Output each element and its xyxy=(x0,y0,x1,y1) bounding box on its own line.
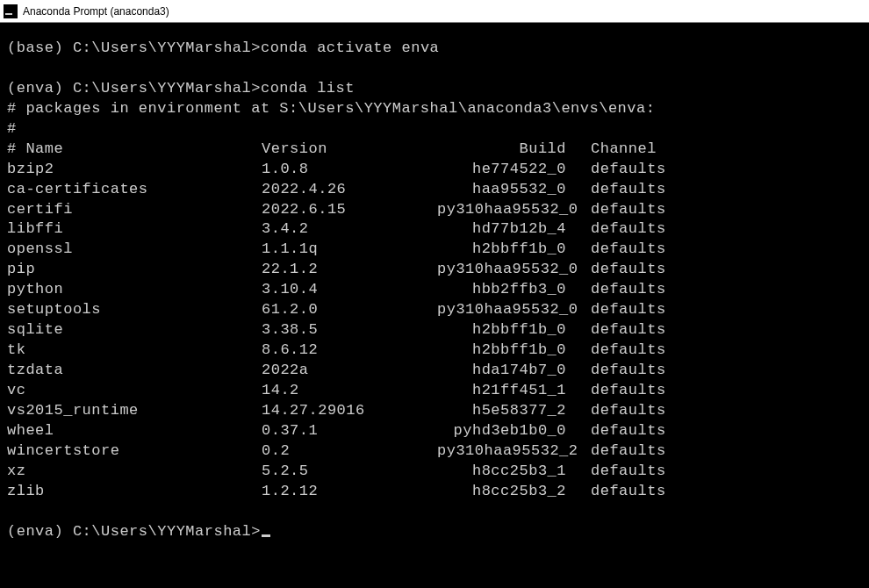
package-version: 3.4.2 xyxy=(262,219,437,240)
column-header-row: # Name Version Build Channel xyxy=(7,140,862,160)
package-row: bzip21.0.8he774522_0defaults xyxy=(7,160,862,180)
app-icon xyxy=(4,4,18,18)
package-name: openssl xyxy=(7,240,262,260)
package-row: libffi3.4.2hd77b12b_4defaults xyxy=(7,219,862,240)
package-build: h8cc25b3_1 xyxy=(437,462,591,482)
package-channel: defaults xyxy=(591,482,666,502)
package-row: wincertstore0.2py310haa95532_2defaults xyxy=(7,441,862,462)
package-channel: defaults xyxy=(591,260,666,280)
package-version: 1.2.12 xyxy=(262,482,437,502)
package-channel: defaults xyxy=(591,160,666,180)
prompt-line-2: (enva) C:\Users\YYYMarshal>conda list xyxy=(7,79,862,99)
package-build: py310haa95532_2 xyxy=(437,441,591,462)
package-channel: defaults xyxy=(591,341,666,361)
package-version: 2022a xyxy=(262,361,437,381)
package-channel: defaults xyxy=(591,320,666,341)
package-row: pip22.1.2py310haa95532_0defaults xyxy=(7,260,862,280)
package-version: 14.2 xyxy=(262,381,437,401)
package-version: 2022.6.15 xyxy=(262,200,437,220)
prompt-line-1: (base) C:\Users\YYYMarshal>conda activat… xyxy=(7,39,862,59)
cursor xyxy=(262,534,270,537)
prompt-prefix: (enva) C:\Users\YYYMarshal> xyxy=(7,80,261,97)
package-channel: defaults xyxy=(591,240,666,260)
package-version: 0.37.1 xyxy=(262,421,437,441)
package-row: vs2015_runtime14.27.29016h5e58377_2defau… xyxy=(7,401,862,421)
command-text: conda list xyxy=(261,80,355,97)
package-list: bzip21.0.8he774522_0defaultsca-certifica… xyxy=(7,160,862,502)
env-header-line: # packages in environment at S:\Users\YY… xyxy=(7,99,862,119)
package-name: pip xyxy=(7,260,262,280)
package-row: certifi2022.6.15py310haa95532_0defaults xyxy=(7,200,862,220)
package-build: h2bbff1b_0 xyxy=(437,240,591,260)
package-build: haa95532_0 xyxy=(437,180,591,200)
package-version: 61.2.0 xyxy=(262,300,437,320)
package-version: 14.27.29016 xyxy=(262,401,437,421)
package-channel: defaults xyxy=(591,280,666,300)
package-name: python xyxy=(7,280,262,300)
window-title: Anaconda Prompt (anaconda3) xyxy=(23,5,169,18)
prompt-prefix: (base) C:\Users\YYYMarshal> xyxy=(7,39,261,56)
package-build: py310haa95532_0 xyxy=(437,260,591,280)
package-build: py310haa95532_0 xyxy=(437,300,591,320)
package-name: xz xyxy=(7,462,262,482)
prompt-line-3: (enva) C:\Users\YYYMarshal> xyxy=(7,522,862,542)
package-build: hda174b7_0 xyxy=(437,361,591,381)
package-channel: defaults xyxy=(591,441,666,462)
package-name: sqlite xyxy=(7,320,262,341)
package-row: setuptools61.2.0py310haa95532_0defaults xyxy=(7,300,862,320)
package-version: 3.38.5 xyxy=(262,320,437,341)
package-row: openssl1.1.1qh2bbff1b_0defaults xyxy=(7,240,862,260)
package-version: 22.1.2 xyxy=(262,260,437,280)
package-row: ca-certificates2022.4.26haa95532_0defaul… xyxy=(7,180,862,200)
package-version: 3.10.4 xyxy=(262,280,437,300)
package-row: tzdata2022ahda174b7_0defaults xyxy=(7,361,862,381)
package-build: hd77b12b_4 xyxy=(437,219,591,240)
package-channel: defaults xyxy=(591,180,666,200)
package-build: hbb2ffb3_0 xyxy=(437,280,591,300)
package-build: pyhd3eb1b0_0 xyxy=(437,421,591,441)
col-header-version: Version xyxy=(262,140,437,160)
package-version: 8.6.12 xyxy=(262,341,437,361)
package-build: h8cc25b3_2 xyxy=(437,482,591,502)
package-row: sqlite3.38.5h2bbff1b_0defaults xyxy=(7,320,862,341)
package-name: vc xyxy=(7,381,262,401)
package-build: he774522_0 xyxy=(437,160,591,180)
col-header-name: # Name xyxy=(7,140,262,160)
package-row: python3.10.4hbb2ffb3_0defaults xyxy=(7,280,862,300)
package-build: h2bbff1b_0 xyxy=(437,320,591,341)
package-row: tk8.6.12h2bbff1b_0defaults xyxy=(7,341,862,361)
package-version: 1.1.1q xyxy=(262,240,437,260)
package-name: vs2015_runtime xyxy=(7,401,262,421)
package-channel: defaults xyxy=(591,421,666,441)
package-name: libffi xyxy=(7,219,262,240)
package-name: wincertstore xyxy=(7,441,262,462)
package-row: zlib1.2.12h8cc25b3_2defaults xyxy=(7,482,862,502)
package-name: tzdata xyxy=(7,361,262,381)
package-name: wheel xyxy=(7,421,262,441)
package-channel: defaults xyxy=(591,219,666,240)
package-build: h21ff451_1 xyxy=(437,381,591,401)
window-titlebar[interactable]: Anaconda Prompt (anaconda3) xyxy=(0,0,869,23)
package-channel: defaults xyxy=(591,401,666,421)
col-header-channel: Channel xyxy=(591,140,657,160)
package-build: h2bbff1b_0 xyxy=(437,341,591,361)
package-name: setuptools xyxy=(7,300,262,320)
package-name: ca-certificates xyxy=(7,180,262,200)
blank-line xyxy=(7,59,862,79)
package-build: py310haa95532_0 xyxy=(437,200,591,220)
hash-line: # xyxy=(7,119,862,140)
terminal-body[interactable]: (base) C:\Users\YYYMarshal>conda activat… xyxy=(0,23,869,588)
package-channel: defaults xyxy=(591,300,666,320)
col-header-build: Build xyxy=(437,140,591,160)
package-build: h5e58377_2 xyxy=(437,401,591,421)
prompt-prefix: (enva) C:\Users\YYYMarshal> xyxy=(7,523,261,540)
package-version: 0.2 xyxy=(262,441,437,462)
package-name: bzip2 xyxy=(7,160,262,180)
package-row: wheel0.37.1pyhd3eb1b0_0defaults xyxy=(7,421,862,441)
package-version: 1.0.8 xyxy=(262,160,437,180)
command-text: conda activate enva xyxy=(261,39,439,56)
package-version: 5.2.5 xyxy=(262,462,437,482)
package-name: zlib xyxy=(7,482,262,502)
package-channel: defaults xyxy=(591,462,666,482)
package-channel: defaults xyxy=(591,361,666,381)
